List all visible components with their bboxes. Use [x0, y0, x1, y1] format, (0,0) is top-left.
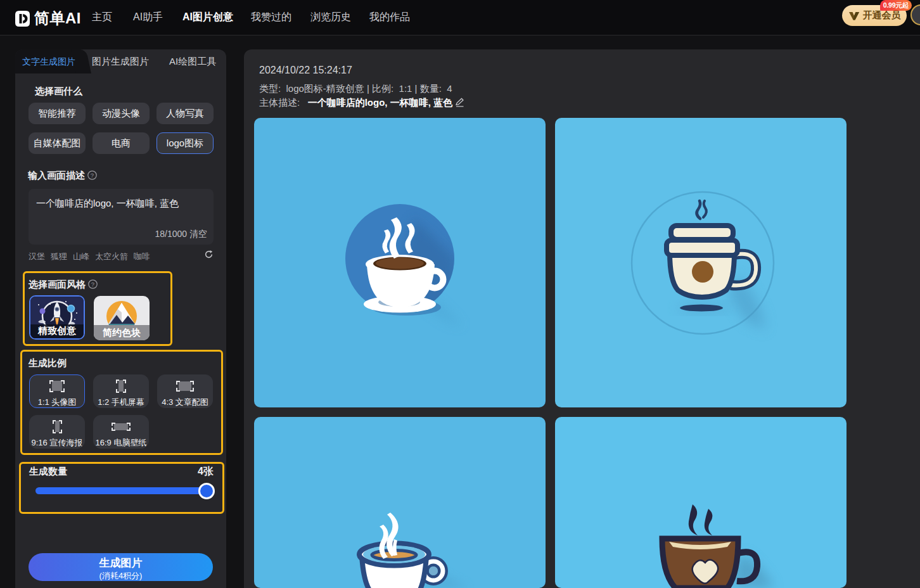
svg-text:?: ?	[91, 281, 94, 288]
svg-text:?: ?	[91, 172, 94, 179]
